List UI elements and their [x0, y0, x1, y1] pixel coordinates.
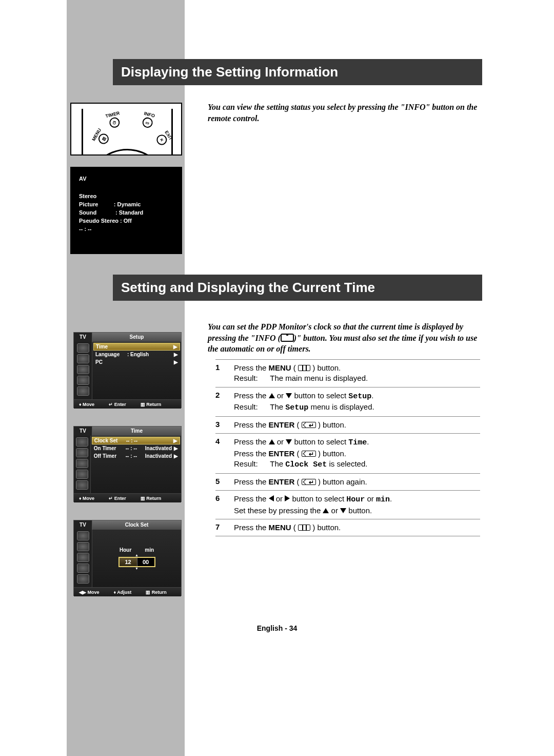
up-triangle-icon [269, 439, 275, 444]
osd-icon [77, 365, 89, 374]
osd-row-ontimer: On Timer-- : --Inactivated▶ [91, 444, 181, 452]
info-time: -- : -- [79, 226, 173, 232]
step-body: Press the ENTER ( ) button. [234, 420, 480, 430]
section-heading-1: Displaying the Setting Information [113, 59, 482, 85]
osd-icon [76, 448, 88, 457]
manual-page: Displaying the Setting Information Setti… [0, 0, 554, 756]
osd-icon [77, 531, 89, 540]
up-triangle-icon [323, 508, 329, 513]
osd-icon [76, 437, 88, 447]
enter-button-icon [302, 451, 316, 457]
osd-icon [77, 542, 89, 551]
osd-row-offtimer: Off Timer-- : --Inactivated▶ [91, 452, 181, 460]
info-audio: Stereo [79, 193, 173, 199]
down-triangle-icon [340, 508, 346, 513]
info-osd-screenshot: AV Stereo Picture : Dynamic Sound : Stan… [70, 167, 182, 254]
osd-icon-column [74, 530, 92, 587]
osd-row-pc: PC▶ [92, 358, 181, 366]
osd-time-title: Time [92, 427, 181, 436]
step-body: Press the MENU ( ) button. [234, 522, 480, 533]
step-body: Press the or button to select Setup.Resu… [234, 391, 480, 414]
remote-control-illustration: TIMER⏱ INFO▭ MENU▥ EXIT✕ [70, 103, 182, 156]
down-triangle-icon [286, 439, 292, 444]
clock-values: 12 00 [118, 557, 155, 567]
step-body: Press the or button to select Time.Press… [234, 437, 480, 470]
osd-footer: ♦ Move ↵ Enter ▥ Return [74, 399, 181, 409]
osd-footer: ♦ Move ↵ Enter ▥ Return [74, 493, 181, 502]
osd-icon [77, 376, 89, 385]
result-label: Result: [234, 373, 264, 383]
osd-clockset-title: Clock Set [92, 520, 181, 530]
osd-clockset-screenshot: TV Clock Set Hour min ▲ 12 00 [73, 520, 182, 596]
remote-exit-button: EXIT✕ [155, 130, 174, 147]
info-source: AV [79, 176, 173, 182]
osd-setup-title: Setup [92, 333, 181, 342]
remote-info-button: INFO▭ [141, 111, 155, 129]
osd-time-screenshot: TV Time Clock Set-- : --▶ On Timer-- : -… [73, 426, 182, 502]
osd-tv-label: TV [74, 520, 92, 530]
step-number: 1 [215, 363, 234, 384]
osd-row-clockset: Clock Set-- : --▶ [92, 437, 180, 444]
step-body: Press the ENTER ( ) button again. [234, 477, 480, 487]
osd-icon [77, 343, 89, 353]
step-row: 4Press the or button to select Time.Pres… [215, 434, 480, 473]
info-pseudo: Pseudo Stereo : Off [79, 218, 173, 224]
step-row: 1Press the MENU ( ) button.Result: The m… [215, 360, 480, 387]
up-triangle-icon [269, 393, 275, 398]
step-row: 7Press the MENU ( ) button. [215, 519, 480, 536]
step-row: 6Press the or button to select Hour or m… [215, 491, 480, 519]
step-row: 3Press the ENTER ( ) button. [215, 417, 480, 433]
osd-icon [76, 480, 88, 490]
osd-tv-label: TV [74, 333, 92, 342]
step-number: 4 [215, 437, 234, 470]
clock-hour-value: 12 [120, 558, 137, 566]
osd-icon [77, 564, 89, 573]
page-footer: English - 34 [0, 624, 554, 632]
step-body: Press the MENU ( ) button.Result: The ma… [234, 363, 480, 384]
section-heading-2: Setting and Displaying the Current Time [113, 275, 482, 301]
step-body: Press the or button to select Hour or mi… [234, 494, 480, 516]
osd-row-time: Time▶ [93, 343, 180, 351]
step-number: 2 [215, 391, 234, 414]
clock-hour-label: Hour [120, 547, 131, 553]
osd-tv-label: TV [74, 427, 92, 436]
intro-text-2: You can set the PDP Monitor's clock so t… [208, 321, 480, 355]
steps-list: 1Press the MENU ( ) button.Result: The m… [215, 359, 480, 536]
step-number: 7 [215, 522, 234, 533]
info-picture: Picture : Dynamic [79, 201, 173, 207]
right-triangle-icon [285, 495, 290, 501]
osd-icon [76, 459, 88, 468]
osd-row-language: Language: English▶ [92, 351, 181, 358]
osd-icon-column [74, 436, 91, 493]
osd-icon [77, 386, 89, 396]
osd-setup-screenshot: TV Setup Time▶ Language: English▶ PC▶ [73, 332, 182, 408]
clock-min-label: min [145, 547, 154, 553]
remote-timer-button: TIMER⏱ [105, 110, 123, 129]
step-number: 5 [215, 477, 234, 487]
result-label: Result: [234, 402, 264, 412]
step-row: 2Press the or button to select Setup.Res… [215, 387, 480, 417]
osd-icon [76, 470, 88, 479]
enter-button-icon [302, 422, 316, 428]
remote-dpad [86, 149, 168, 156]
osd-icon [77, 354, 89, 363]
enter-button-icon [302, 479, 316, 485]
remote-menu-button: MENU▥ [91, 127, 111, 147]
menu-button-icon [298, 525, 310, 531]
osd-icon-column [74, 342, 92, 399]
osd-icon [77, 553, 89, 562]
result-label: Result: [234, 459, 264, 469]
down-triangle-icon [286, 393, 292, 398]
info-sound: Sound : Standard [79, 209, 173, 216]
step-number: 3 [215, 420, 234, 430]
step-number: 6 [215, 494, 234, 516]
osd-footer: ◀▶ Move ♦ Adjust ▥ Return [74, 587, 181, 596]
osd-icon [77, 574, 89, 584]
menu-button-icon [298, 365, 310, 371]
step-row: 5Press the ENTER ( ) button again. [215, 474, 480, 490]
info-icon [281, 334, 294, 342]
intro-text-1: You can view the setting status you sele… [208, 102, 480, 124]
clock-min-value: 00 [137, 558, 154, 566]
left-triangle-icon [269, 495, 274, 501]
